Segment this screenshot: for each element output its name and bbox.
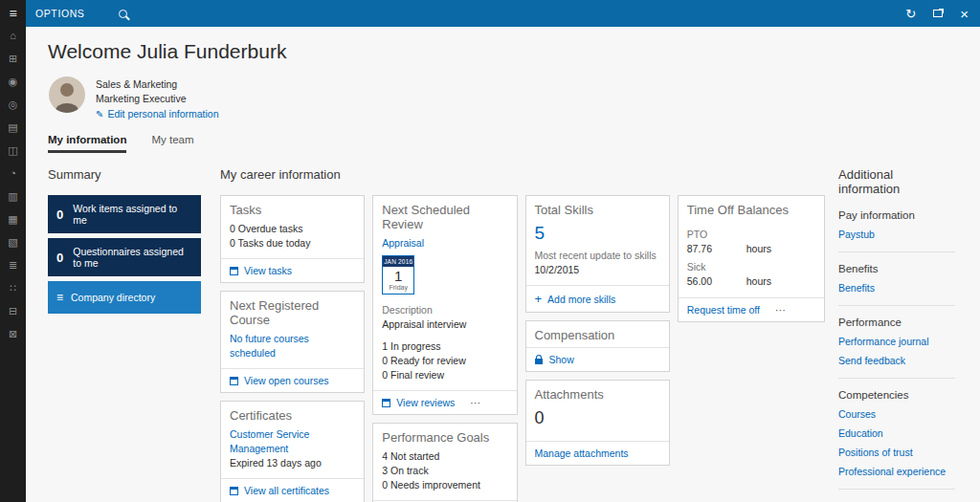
tasks-card-title: Tasks bbox=[221, 196, 364, 222]
org-chart-icon[interactable]: ⊞ bbox=[9, 53, 17, 64]
additional-info-section: Additional information Pay information P… bbox=[838, 167, 955, 502]
menu-icon[interactable]: ≡ bbox=[9, 7, 16, 20]
top-navbar: OPTIONS ↻ × bbox=[26, 0, 980, 27]
competencies-group: Competencies Courses Education Positions… bbox=[838, 389, 955, 490]
person-icon[interactable]: ◔ bbox=[10, 167, 16, 179]
page-title: Welcome Julia Funderburk bbox=[48, 40, 980, 63]
view-reviews-link[interactable]: View reviews ⋯ bbox=[373, 390, 516, 414]
work-items-label: Work items assigned to me bbox=[73, 203, 192, 226]
questionnaires-count: 0 bbox=[56, 251, 63, 265]
request-time-off-label[interactable]: Request time off bbox=[687, 304, 760, 316]
goals-needs-improvement-line: 0 Needs improvement bbox=[382, 478, 507, 492]
tab-my-information[interactable]: My information bbox=[48, 134, 126, 153]
additional-info-heading: Additional information bbox=[838, 167, 955, 196]
certificate-status-line: Expired 13 days ago bbox=[230, 456, 355, 470]
course-card-title: Next Registered Course bbox=[221, 292, 364, 332]
manage-attachments-link[interactable]: Manage attachments bbox=[526, 441, 669, 465]
home-icon[interactable]: ⌂ bbox=[10, 30, 16, 41]
certificate-icon bbox=[230, 487, 238, 495]
plus-icon: + bbox=[535, 292, 543, 306]
reviews-final-line: 0 Final review bbox=[382, 368, 507, 382]
tab-bar: My information My team bbox=[48, 134, 980, 153]
sick-label: Sick bbox=[687, 260, 815, 273]
career-column-1: Tasks 0 Overdue tasks 0 Tasks due today … bbox=[220, 195, 365, 502]
course-status-line[interactable]: No future courses scheduled bbox=[230, 332, 355, 360]
overdue-tasks-line: 0 Overdue tasks bbox=[230, 222, 355, 236]
view-open-courses-link[interactable]: View open courses bbox=[221, 368, 364, 392]
summary-heading: Summary bbox=[48, 167, 201, 182]
sick-value: 56.00 bbox=[687, 275, 746, 287]
reviews-in-progress-line: 1 In progress bbox=[382, 339, 507, 354]
checklist-icon[interactable]: ▤ bbox=[8, 121, 17, 133]
view-all-certificates-label[interactable]: View all certificates bbox=[244, 485, 329, 496]
view-tasks-label[interactable]: View tasks bbox=[244, 265, 292, 276]
attachments-count: 0 bbox=[535, 406, 660, 429]
positions-of-trust-link[interactable]: Positions of trust bbox=[838, 447, 955, 458]
pto-label: PTO bbox=[687, 228, 815, 241]
skills-card-title: Total Skills bbox=[526, 196, 669, 222]
education-link[interactable]: Education bbox=[838, 427, 955, 439]
request-time-off-link[interactable]: Request time off ⋯ bbox=[679, 297, 824, 321]
next-registered-course-card: Next Registered Course No future courses… bbox=[220, 291, 365, 393]
popout-icon[interactable] bbox=[933, 10, 943, 17]
view-reviews-label[interactable]: View reviews bbox=[396, 397, 455, 408]
settings-icon[interactable]: ⊠ bbox=[9, 328, 17, 339]
view-tasks-link[interactable]: View tasks bbox=[221, 258, 364, 282]
career-column-2: Next Scheduled Review Appraisal JAN 2016… bbox=[372, 195, 517, 502]
paystub-link[interactable]: Paystub bbox=[838, 229, 955, 240]
edit-personal-info-link[interactable]: ✎ Edit personal information bbox=[96, 107, 219, 121]
list-icon[interactable]: ≣ bbox=[9, 259, 17, 271]
sick-unit: hours bbox=[746, 275, 771, 287]
options-menu-button[interactable]: OPTIONS bbox=[35, 8, 84, 19]
calendar-icon bbox=[230, 267, 238, 275]
company-directory-tile[interactable]: ≡ Company directory bbox=[48, 281, 201, 314]
review-type-link[interactable]: Appraisal bbox=[382, 236, 507, 251]
edit-link-label[interactable]: Edit personal information bbox=[107, 107, 218, 121]
add-more-skills-label[interactable]: Add more skills bbox=[547, 294, 615, 305]
performance-journal-link[interactable]: Performance journal bbox=[838, 336, 955, 347]
avatar-head-shape bbox=[60, 83, 74, 97]
work-items-tile[interactable]: 0 Work items assigned to me bbox=[48, 195, 201, 233]
nav-rail: ≡ ⌂ ⊞ ◉ ◎ ▤ ◫ ◔ ▥ ▦ ▧ ≣ ∷ ⊟ ⊠ bbox=[0, 0, 26, 502]
send-feedback-link[interactable]: Send feedback bbox=[838, 355, 955, 366]
career-section: My career information Tasks 0 Overdue ta… bbox=[220, 167, 825, 502]
view-open-courses-label[interactable]: View open courses bbox=[244, 375, 329, 386]
view-all-certificates-link[interactable]: View all certificates bbox=[221, 478, 364, 502]
network-icon[interactable]: ◎ bbox=[9, 98, 18, 110]
questionnaires-tile[interactable]: 0 Questionnaires assigned to me bbox=[48, 238, 201, 276]
goals-on-track-line: 3 On track bbox=[382, 464, 507, 478]
briefcase-icon[interactable]: ⊟ bbox=[9, 305, 17, 316]
review-description: Appraisal interview bbox=[382, 317, 507, 332]
total-skills-card: Total Skills 5 Most recent update to ski… bbox=[525, 195, 670, 313]
tasks-due-today-line: 0 Tasks due today bbox=[230, 236, 355, 251]
grid-icon[interactable]: ∷ bbox=[10, 282, 16, 294]
dashboard-columns: Summary 0 Work items assigned to me 0 Qu… bbox=[48, 167, 980, 502]
people-icon[interactable]: ◉ bbox=[9, 76, 18, 87]
manage-attachments-label[interactable]: Manage attachments bbox=[535, 447, 629, 459]
pay-information-group: Pay information Paystub bbox=[838, 209, 955, 252]
show-compensation-label[interactable]: Show bbox=[549, 354, 574, 365]
refresh-icon[interactable]: ↻ bbox=[905, 8, 916, 20]
documents-icon[interactable]: ▥ bbox=[8, 190, 17, 202]
tab-my-team[interactable]: My team bbox=[151, 134, 193, 153]
profile-summary: Sales & Marketing Marketing Executive ✎ … bbox=[49, 76, 980, 121]
page-content: Welcome Julia Funderburk Sales & Marketi… bbox=[26, 27, 980, 502]
reports-icon[interactable]: ▧ bbox=[8, 236, 17, 248]
window-controls: ↻ × bbox=[905, 8, 969, 20]
goals-card-title: Performance Goals bbox=[373, 424, 516, 449]
search-icon[interactable] bbox=[119, 10, 127, 18]
certificate-name-link[interactable]: Customer Service Management bbox=[230, 427, 355, 456]
courses-link[interactable]: Courses bbox=[838, 408, 955, 420]
close-icon[interactable]: × bbox=[960, 8, 969, 20]
benefits-link[interactable]: Benefits bbox=[838, 282, 955, 294]
show-compensation-link[interactable]: Show bbox=[526, 347, 669, 371]
time-off-more-menu[interactable]: ⋯ bbox=[775, 304, 787, 316]
professional-experience-link[interactable]: Professional experience bbox=[838, 466, 955, 477]
review-more-menu[interactable]: ⋯ bbox=[470, 397, 481, 408]
reviews-ready-line: 0 Ready for review bbox=[382, 354, 507, 368]
add-more-skills-link[interactable]: + Add more skills bbox=[526, 285, 669, 312]
app-window: ≡ ⌂ ⊞ ◉ ◎ ▤ ◫ ◔ ▥ ▦ ▧ ≣ ∷ ⊟ ⊠ OPTIONS ↻ … bbox=[0, 0, 980, 502]
employees-icon[interactable]: ◫ bbox=[8, 144, 17, 156]
performance-goals-card: Performance Goals 4 Not started 3 On tra… bbox=[372, 423, 517, 502]
journal-icon[interactable]: ▦ bbox=[8, 213, 17, 225]
